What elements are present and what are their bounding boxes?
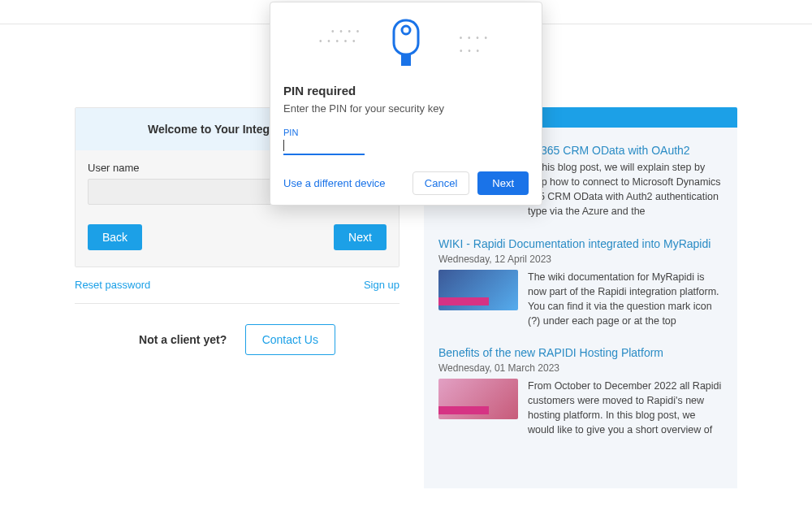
- modal-actions: Use a different device Cancel Next: [270, 155, 542, 195]
- news-title[interactable]: Benefits of the new RAPIDI Hosting Platf…: [438, 346, 723, 359]
- decoration-dots: • • • • •: [319, 37, 357, 46]
- use-different-device-button[interactable]: Use a different device: [283, 177, 386, 189]
- divider: [75, 303, 400, 304]
- back-button[interactable]: Back: [88, 224, 142, 250]
- reset-password-link[interactable]: Reset password: [75, 279, 150, 291]
- news-text: The wiki documentation for MyRapidi is n…: [528, 270, 723, 329]
- decoration-dots: • • •: [460, 46, 481, 55]
- not-client-label: Not a client yet?: [139, 333, 227, 346]
- news-title[interactable]: WIKI - Rapidi Documentation integrated i…: [438, 237, 723, 250]
- modal-description: Enter the PIN for your security key: [283, 102, 529, 115]
- usb-key-icon: [392, 19, 420, 67]
- news-thumbnail: [438, 379, 518, 419]
- svg-rect-2: [401, 54, 411, 66]
- decoration-dots: • • • •: [460, 33, 489, 42]
- auth-links: Reset password Sign up: [75, 267, 400, 299]
- decoration-dots: • • • •: [331, 27, 361, 36]
- pin-modal: • • • • • • • • • • • • • • • • PIN requ…: [270, 2, 542, 206]
- svg-point-1: [402, 26, 410, 34]
- news-item: Benefits of the new RAPIDI Hosting Platf…: [438, 346, 723, 438]
- cancel-button[interactable]: Cancel: [412, 171, 469, 195]
- modal-title: PIN required: [283, 84, 529, 98]
- news-item: WIKI - Rapidi Documentation integrated i…: [438, 237, 723, 329]
- news-text: In this blog post, we will explain step …: [528, 160, 723, 219]
- news-text: From October to December 2022 all Rapidi…: [528, 379, 723, 438]
- sign-up-link[interactable]: Sign up: [364, 279, 400, 291]
- news-thumbnail: [438, 270, 518, 310]
- next-button[interactable]: Next: [334, 224, 387, 250]
- pin-field-label: PIN: [283, 128, 529, 137]
- modal-body: PIN required Enter the PIN for your secu…: [270, 84, 542, 155]
- not-client-section: Not a client yet? Contact Us: [75, 324, 400, 355]
- news-date: Wednesday, 01 March 2023: [438, 362, 723, 374]
- modal-next-button[interactable]: Next: [477, 171, 529, 195]
- pin-input[interactable]: [283, 137, 365, 155]
- page: Welcome to Your Integration Hub User nam…: [0, 0, 812, 507]
- news-date: Wednesday, 12 April 2023: [438, 254, 723, 265]
- login-buttons: Back Next: [88, 224, 387, 250]
- security-key-illustration: • • • • • • • • • • • • • • • •: [270, 2, 542, 84]
- contact-us-button[interactable]: Contact Us: [245, 324, 335, 355]
